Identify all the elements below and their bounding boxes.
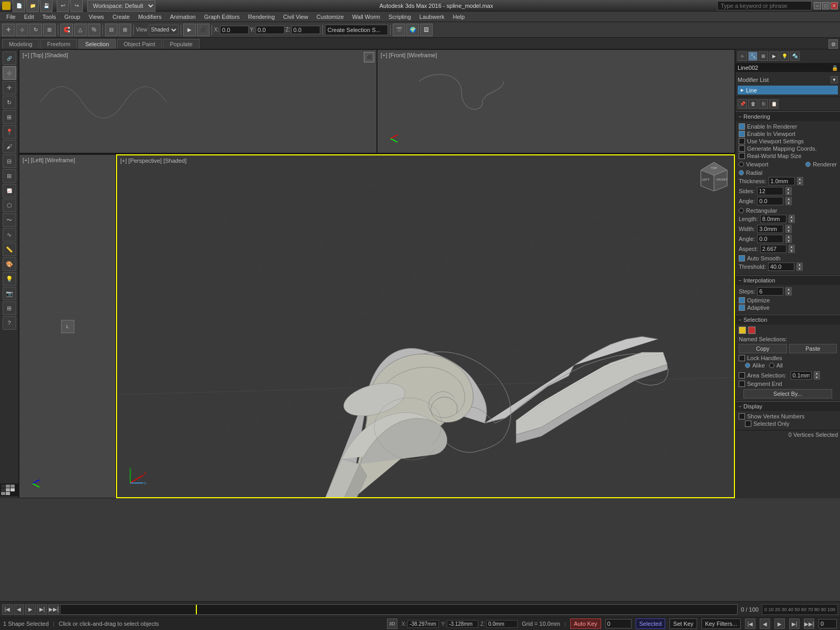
spinner-threshold-down[interactable]: ▼ <box>796 267 803 271</box>
spinner-sides-up[interactable]: ▲ <box>785 187 792 191</box>
tool-camera[interactable]: 📷 <box>3 287 16 300</box>
redo-btn[interactable]: ↪ <box>70 0 83 12</box>
tool-help[interactable]: ? <box>3 316 16 330</box>
frame-input[interactable] <box>818 619 837 628</box>
spinner-threshold-up[interactable]: ▲ <box>796 262 803 267</box>
tool-measure[interactable]: 📏 <box>3 243 16 256</box>
prop-sides-input[interactable] <box>757 187 783 195</box>
cb-segment-end[interactable]: Segment End <box>739 381 837 387</box>
cb-area-selection[interactable]: Area Selection: ▲ ▼ <box>739 371 837 380</box>
spinner-rect-angle-up[interactable]: ▲ <box>785 235 792 239</box>
timeline-track[interactable] <box>60 604 738 615</box>
spinner-aspect-up[interactable]: ▲ <box>789 245 795 249</box>
prop-rect-angle-spinner[interactable]: ▲ ▼ <box>785 235 792 243</box>
prop-width-input[interactable] <box>757 225 783 233</box>
minimize-btn[interactable]: – <box>814 2 821 9</box>
timeline-end-btn[interactable]: ▶▶| <box>48 604 59 615</box>
menu-create[interactable]: Create <box>108 13 134 21</box>
color-swatch-red[interactable] <box>748 327 755 334</box>
scale-btn[interactable]: ⊞ <box>43 24 56 36</box>
view-cube[interactable]: TOP LEFT FRONT <box>698 160 730 191</box>
prop-aspect-input[interactable] <box>760 245 786 253</box>
cb-optimize-box[interactable] <box>739 297 745 303</box>
panel-modify-icon[interactable]: 🔧 <box>748 51 758 61</box>
pb-play[interactable]: ▶ <box>774 618 785 629</box>
prop-thickness-spinner[interactable]: ▲ ▼ <box>797 177 803 185</box>
cb-enable-renderer-box[interactable] <box>739 123 745 130</box>
prop-length-input[interactable] <box>760 215 786 223</box>
rollout-rendering-header[interactable]: – Rendering <box>736 111 840 121</box>
prop-aspect-spinner[interactable]: ▲ ▼ <box>789 245 795 253</box>
tool-place[interactable]: 📍 <box>3 125 16 139</box>
mod-delete-icon[interactable]: 🗑 <box>748 99 758 109</box>
cb-auto-smooth[interactable]: Auto Smooth <box>739 255 837 261</box>
cb-lock-handles[interactable]: Lock Handles <box>739 355 837 361</box>
menu-animation[interactable]: Animation <box>166 13 200 21</box>
tab-settings-btn[interactable]: ⚙ <box>828 39 838 49</box>
prop-threshold-spinner[interactable]: ▲ ▼ <box>796 262 803 271</box>
menu-group[interactable]: Group <box>60 13 85 21</box>
panel-utilities-icon[interactable]: 🔩 <box>790 51 800 61</box>
viewport-front[interactable]: X Y [+] [Front] [Wireframe] <box>377 49 735 153</box>
timeline-play-btn[interactable]: ▶ <box>25 604 36 615</box>
mod-paste-icon[interactable]: 📋 <box>769 99 779 109</box>
menu-tools[interactable]: Tools <box>38 13 60 21</box>
cb-area-selection-box[interactable] <box>739 372 745 379</box>
cb-enable-viewport[interactable]: Enable In Viewport <box>739 131 837 137</box>
tab-modeling[interactable]: Modeling <box>2 39 39 49</box>
select-btn[interactable]: ✛ <box>2 24 15 36</box>
spinner-area-up[interactable]: ▲ <box>814 371 820 375</box>
spinner-width-up[interactable]: ▲ <box>785 225 792 229</box>
tool-mirror[interactable]: ⊟ <box>3 154 16 168</box>
menu-edit[interactable]: Edit <box>20 13 38 21</box>
tab-populate[interactable]: Populate <box>163 39 199 49</box>
timeline-prev-btn[interactable]: ◀ <box>14 604 24 615</box>
snap-btn[interactable]: 🧲 <box>60 24 73 36</box>
new-btn[interactable]: 📄 <box>13 0 25 12</box>
cb-generate-mapping[interactable]: Generate Mapping Coords. <box>739 145 837 152</box>
cb-auto-smooth-box[interactable] <box>739 255 745 261</box>
save-btn[interactable]: 💾 <box>40 0 52 12</box>
coord-x-input[interactable] <box>407 620 439 628</box>
area-selection-spinner[interactable]: ▲ ▼ <box>814 371 820 380</box>
rollout-interpolation-header[interactable]: – Interpolation <box>736 275 840 285</box>
prop-rect-angle-input[interactable] <box>757 235 783 243</box>
tool-select[interactable]: ⊹ <box>3 66 16 80</box>
spinner-sides-down[interactable]: ▼ <box>785 191 792 195</box>
panel-create-icon[interactable]: ⊹ <box>738 51 747 61</box>
snap-3d-btn[interactable]: 3D <box>387 618 397 629</box>
tool-material[interactable]: 🎨 <box>3 257 16 271</box>
rotate-btn[interactable]: ↻ <box>29 24 42 36</box>
open-btn[interactable]: 📁 <box>26 0 39 12</box>
prop-thickness-input[interactable] <box>769 177 795 185</box>
auto-key-btn[interactable]: Auto Key <box>570 618 601 629</box>
cb-adaptive[interactable]: Adaptive <box>739 304 837 311</box>
tool-link[interactable]: 🔗 <box>3 51 16 65</box>
cb-generate-mapping-box[interactable] <box>739 145 745 152</box>
menu-scripting[interactable]: Scripting <box>384 13 415 21</box>
prop-steps-spinner[interactable]: ▲ ▼ <box>785 287 792 296</box>
timeline-next-btn[interactable]: ▶| <box>37 604 47 615</box>
angle-snap-btn[interactable]: △ <box>74 24 87 36</box>
mod-copy-icon[interactable]: ⎘ <box>759 99 768 109</box>
undo-btn[interactable]: ↩ <box>57 0 69 12</box>
pb-next[interactable]: ▶| <box>789 618 800 629</box>
panel-display-icon[interactable]: 💡 <box>780 51 789 61</box>
tool-scale[interactable]: ⊞ <box>3 110 16 124</box>
tool-array[interactable]: ⊞ <box>3 169 16 183</box>
menu-rendering[interactable]: Rendering <box>244 13 279 21</box>
selection-set-input[interactable] <box>325 25 388 35</box>
spinner-length-down[interactable]: ▼ <box>789 219 795 223</box>
radio-radial-btn[interactable] <box>739 170 744 175</box>
spinner-steps-up[interactable]: ▲ <box>785 287 792 291</box>
spinner-area-down[interactable]: ▼ <box>814 375 820 380</box>
move-btn[interactable]: ⊹ <box>16 24 28 36</box>
cb-show-vertex-numbers[interactable]: Show Vertex Numbers <box>739 413 837 419</box>
rollout-display-header[interactable]: – Display <box>736 401 840 411</box>
pb-prev[interactable]: ◀ <box>760 618 770 629</box>
key-time-input[interactable] <box>605 619 632 628</box>
tool-nurbs[interactable]: 〜 <box>3 213 16 227</box>
y-coord-input[interactable] <box>256 26 285 34</box>
prop-sides-spinner[interactable]: ▲ ▼ <box>785 187 792 195</box>
radio-viewport[interactable] <box>739 162 744 167</box>
